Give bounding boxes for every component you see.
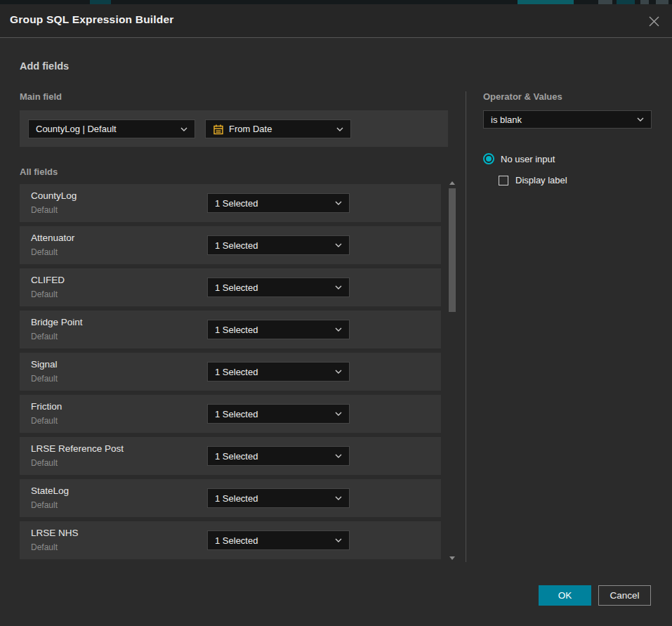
field-subtitle: Default bbox=[31, 289, 58, 299]
dialog-title: Group SQL Expression Builder bbox=[10, 13, 174, 26]
field-subtitle: Default bbox=[31, 247, 58, 257]
field-selection-dropdown[interactable]: 1 Selected bbox=[207, 404, 350, 424]
field-dropdown-value: From Date bbox=[229, 124, 327, 134]
chevron-down-icon bbox=[335, 370, 342, 374]
field-row: Bridge Point Default 1 Selected bbox=[20, 311, 441, 348]
group-sql-expression-builder-dialog: Group SQL Expression Builder Add fields … bbox=[0, 4, 672, 626]
field-selection-dropdown[interactable]: 1 Selected bbox=[207, 235, 350, 255]
chevron-down-icon bbox=[637, 117, 644, 122]
field-row: Attenuator Default 1 Selected bbox=[20, 226, 441, 264]
field-row: StateLog Default 1 Selected bbox=[20, 479, 441, 517]
selection-value: 1 Selected bbox=[215, 282, 331, 293]
field-row: LRSE Reference Post Default 1 Selected bbox=[20, 437, 441, 475]
field-subtitle: Default bbox=[31, 332, 58, 341]
chevron-down-icon bbox=[335, 412, 342, 416]
calendar-icon bbox=[213, 124, 224, 135]
field-row: CountyLog Default 1 Selected bbox=[20, 184, 441, 222]
vertical-divider bbox=[466, 91, 466, 562]
chevron-down-icon bbox=[180, 127, 187, 131]
field-name: Attenuator bbox=[31, 233, 74, 243]
field-subtitle: Default bbox=[31, 542, 58, 552]
field-selection-dropdown[interactable]: 1 Selected bbox=[207, 488, 350, 508]
radio-label: No user input bbox=[501, 154, 555, 164]
field-selection-dropdown[interactable]: 1 Selected bbox=[207, 362, 350, 382]
field-name: LRSE Reference Post bbox=[31, 443, 124, 454]
main-field-label: Main field bbox=[20, 91, 62, 102]
field-row: LRSE NHS Default 1 Selected bbox=[20, 521, 441, 559]
triangle-down-icon bbox=[449, 556, 455, 560]
chevron-down-icon bbox=[335, 454, 342, 458]
field-row: Signal Default 1 Selected bbox=[20, 353, 441, 391]
operator-dropdown[interactable]: is blank bbox=[483, 110, 652, 129]
chevron-down-icon bbox=[335, 243, 342, 247]
chevron-down-icon bbox=[335, 285, 342, 289]
main-field-panel: CountyLog | Default From Date bbox=[20, 110, 448, 147]
field-selection-dropdown[interactable]: 1 Selected bbox=[207, 278, 350, 297]
chevron-down-icon bbox=[336, 127, 343, 131]
field-dropdown[interactable]: From Date bbox=[205, 119, 351, 138]
chevron-down-icon bbox=[335, 327, 342, 332]
field-selection-dropdown[interactable]: 1 Selected bbox=[207, 320, 350, 339]
display-label-checkbox[interactable]: Display label bbox=[499, 175, 567, 185]
layer-dropdown-value: CountyLog | Default bbox=[36, 124, 176, 134]
selection-value: 1 Selected bbox=[215, 367, 331, 377]
chevron-down-icon bbox=[335, 496, 342, 500]
triangle-up-icon bbox=[449, 181, 455, 185]
checkbox-icon bbox=[499, 176, 508, 185]
field-row: Friction Default 1 Selected bbox=[20, 395, 441, 433]
selection-value: 1 Selected bbox=[215, 198, 331, 209]
close-icon[interactable] bbox=[645, 12, 663, 30]
field-name: Bridge Point bbox=[31, 317, 83, 327]
field-name: StateLog bbox=[31, 485, 69, 496]
field-subtitle: Default bbox=[31, 205, 58, 215]
selection-value: 1 Selected bbox=[215, 325, 331, 335]
field-name: Signal bbox=[31, 359, 58, 370]
checkbox-label: Display label bbox=[515, 175, 567, 185]
field-row: CLIFED Default 1 Selected bbox=[20, 268, 441, 306]
radio-icon bbox=[483, 153, 494, 164]
all-fields-list: CountyLog Default 1 Selected Attenuator … bbox=[20, 184, 441, 563]
dialog-header: Group SQL Expression Builder bbox=[0, 4, 672, 38]
selection-value: 1 Selected bbox=[215, 451, 331, 462]
scrollbar-down-arrow[interactable] bbox=[448, 555, 456, 561]
screen: Group SQL Expression Builder Add fields … bbox=[0, 0, 672, 626]
field-subtitle: Default bbox=[31, 458, 58, 468]
field-subtitle: Default bbox=[31, 416, 58, 426]
add-fields-heading: Add fields bbox=[20, 60, 69, 72]
operator-values-label: Operator & Values bbox=[483, 91, 562, 102]
selection-value: 1 Selected bbox=[215, 535, 331, 546]
field-subtitle: Default bbox=[31, 500, 58, 510]
operator-dropdown-value: is blank bbox=[491, 115, 633, 125]
no-user-input-radio[interactable]: No user input bbox=[483, 153, 555, 164]
all-fields-label: All fields bbox=[20, 167, 58, 177]
field-name: CountyLog bbox=[31, 190, 77, 201]
selection-value: 1 Selected bbox=[215, 409, 331, 419]
selection-value: 1 Selected bbox=[215, 493, 331, 504]
scrollbar-up-arrow[interactable] bbox=[448, 180, 456, 185]
layer-dropdown[interactable]: CountyLog | Default bbox=[28, 119, 195, 138]
chevron-down-icon bbox=[335, 201, 342, 205]
field-name: LRSE NHS bbox=[31, 528, 79, 538]
field-subtitle: Default bbox=[31, 374, 58, 384]
scrollbar-thumb[interactable] bbox=[449, 188, 456, 312]
ok-button[interactable]: OK bbox=[539, 585, 591, 606]
field-selection-dropdown[interactable]: 1 Selected bbox=[207, 446, 350, 466]
field-selection-dropdown[interactable]: 1 Selected bbox=[207, 193, 350, 213]
field-selection-dropdown[interactable]: 1 Selected bbox=[207, 530, 350, 550]
selection-value: 1 Selected bbox=[215, 240, 331, 251]
field-name: Friction bbox=[31, 401, 62, 412]
field-name: CLIFED bbox=[31, 275, 65, 285]
cancel-button[interactable]: Cancel bbox=[598, 585, 651, 606]
chevron-down-icon bbox=[335, 538, 342, 542]
